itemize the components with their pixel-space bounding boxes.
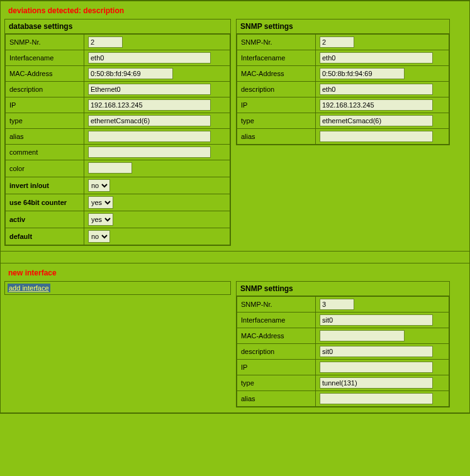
snmp2-ip-input[interactable] <box>320 362 433 373</box>
db-activ-label: activ <box>6 211 84 228</box>
snmp1-alias-input[interactable] <box>320 131 433 142</box>
db-snmpnr-label: SNMP-Nr. <box>6 35 84 50</box>
new-interface-title: new interface <box>8 268 466 277</box>
snmp-settings-box-1: SNMP settings SNMP-Nr. Interfacename MAC… <box>236 19 450 145</box>
snmp1-type-input[interactable] <box>320 115 433 126</box>
snmp1-ip-input[interactable] <box>320 99 433 111</box>
db-snmpnr-input[interactable] <box>88 36 123 48</box>
db-alias-input[interactable] <box>88 131 211 142</box>
add-interface-box: add interface <box>4 281 231 295</box>
db-ip-label: IP <box>6 97 84 113</box>
db-type-label: type <box>6 113 84 129</box>
db-comment-label: comment <box>6 145 84 160</box>
snmp1-ifname-label: Interfacename <box>237 50 316 66</box>
deviations-panel: deviations detected: description databas… <box>0 1 470 252</box>
snmp1-mac-label: MAC-Address <box>237 66 316 82</box>
db-ip-input[interactable] <box>88 99 211 111</box>
snmp2-type-input[interactable] <box>320 377 433 389</box>
snmp2-mac-input[interactable] <box>320 330 405 341</box>
snmp1-desc-input[interactable] <box>320 84 433 95</box>
db-default-select[interactable]: no <box>88 230 110 243</box>
database-settings-box: database settings SNMP-Nr. Interfacename… <box>4 19 231 246</box>
snmp1-mac-input[interactable] <box>320 68 405 79</box>
snmp-settings-box-2: SNMP settings SNMP-Nr. Interfacename MAC… <box>236 281 450 407</box>
snmp1-snmpnr-input[interactable] <box>320 36 354 48</box>
snmp2-alias-input[interactable] <box>320 393 433 404</box>
add-interface-link[interactable]: add interface <box>8 284 50 292</box>
db-ifname-label: Interfacename <box>6 50 84 66</box>
snmp1-table: SNMP-Nr. Interfacename MAC-Address descr… <box>237 34 449 145</box>
snmp2-alias-label: alias <box>237 391 316 407</box>
snmp2-snmpnr-input[interactable] <box>320 299 354 310</box>
db-color-input[interactable] <box>88 162 132 174</box>
database-settings-table: SNMP-Nr. Interfacename MAC-Address descr… <box>5 34 230 245</box>
page: deviations detected: description databas… <box>0 0 470 414</box>
snmp2-desc-label: description <box>237 344 316 360</box>
snmp1-alias-label: alias <box>237 129 316 145</box>
divider-bottom <box>0 413 470 414</box>
deviations-title: deviations detected: description <box>8 6 466 15</box>
snmp1-ip-label: IP <box>237 97 316 113</box>
new-interface-panel: new interface add interface SNMP setting… <box>0 263 470 413</box>
snmp1-ifname-input[interactable] <box>320 52 433 64</box>
snmp2-ifname-input[interactable] <box>320 314 433 326</box>
between-spacer <box>0 252 470 263</box>
db-type-input[interactable] <box>88 115 211 126</box>
section1-columns: database settings SNMP-Nr. Interfacename… <box>4 19 466 246</box>
db-ifname-input[interactable] <box>88 52 211 64</box>
snmp2-ip-label: IP <box>237 360 316 375</box>
snmp1-snmpnr-label: SNMP-Nr. <box>237 35 316 50</box>
snmp1-type-label: type <box>237 113 316 129</box>
db-use64-label: use 64bit counter <box>6 194 84 211</box>
db-activ-select[interactable]: yes <box>88 213 113 226</box>
database-settings-heading: database settings <box>5 19 230 34</box>
section2-columns: add interface SNMP settings SNMP-Nr. Int… <box>4 281 466 407</box>
snmp2-type-label: type <box>237 375 316 391</box>
db-default-label: default <box>6 228 84 245</box>
db-invert-label: invert in/out <box>6 177 84 194</box>
snmp1-heading: SNMP settings <box>237 19 449 34</box>
db-color-label: color <box>6 160 84 177</box>
snmp2-ifname-label: Interfacename <box>237 313 316 328</box>
db-mac-input[interactable] <box>88 68 173 79</box>
snmp2-snmpnr-label: SNMP-Nr. <box>237 297 316 313</box>
db-mac-label: MAC-Address <box>6 66 84 82</box>
db-invert-select[interactable]: no <box>88 179 110 192</box>
db-desc-label: description <box>6 82 84 97</box>
snmp1-desc-label: description <box>237 82 316 97</box>
snmp2-heading: SNMP settings <box>237 282 449 296</box>
snmp2-table: SNMP-Nr. Interfacename MAC-Address descr… <box>237 296 449 407</box>
db-use64-select[interactable]: yes <box>88 196 113 209</box>
snmp2-mac-label: MAC-Address <box>237 328 316 344</box>
db-desc-input[interactable] <box>88 84 211 95</box>
db-comment-input[interactable] <box>88 147 211 158</box>
db-alias-label: alias <box>6 129 84 145</box>
snmp2-desc-input[interactable] <box>320 346 433 357</box>
